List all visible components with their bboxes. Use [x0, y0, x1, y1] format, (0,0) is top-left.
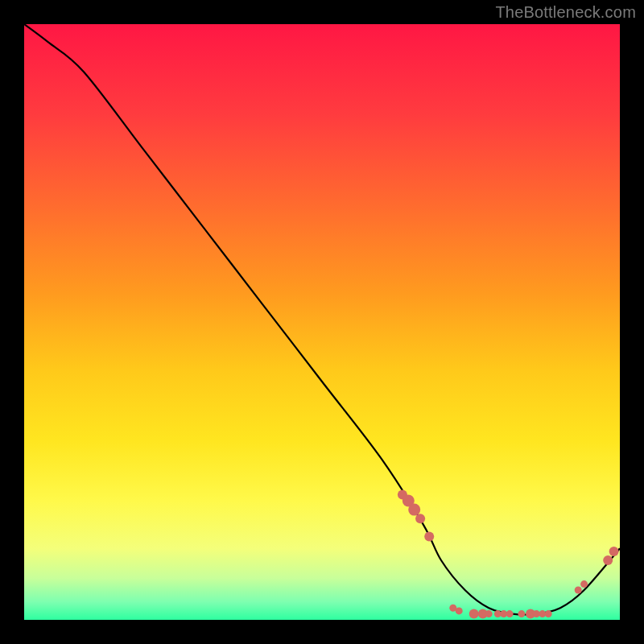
watermark-text: TheBottleneck.com [495, 3, 636, 22]
data-marker [575, 587, 582, 594]
plot-area [24, 24, 620, 620]
chart-outer: TheBottleneck.com [0, 0, 644, 644]
data-marker [415, 514, 425, 523]
data-marker [469, 609, 479, 619]
data-marker [603, 555, 613, 565]
data-marker [456, 607, 463, 614]
data-marker [609, 547, 619, 556]
gradient-background [24, 24, 620, 620]
data-marker [485, 610, 493, 617]
data-marker [580, 580, 588, 588]
data-marker [408, 504, 420, 516]
data-marker [506, 610, 514, 617]
data-marker [424, 531, 434, 541]
data-marker [545, 610, 552, 617]
chart-svg [24, 24, 620, 620]
data-marker [518, 610, 525, 617]
